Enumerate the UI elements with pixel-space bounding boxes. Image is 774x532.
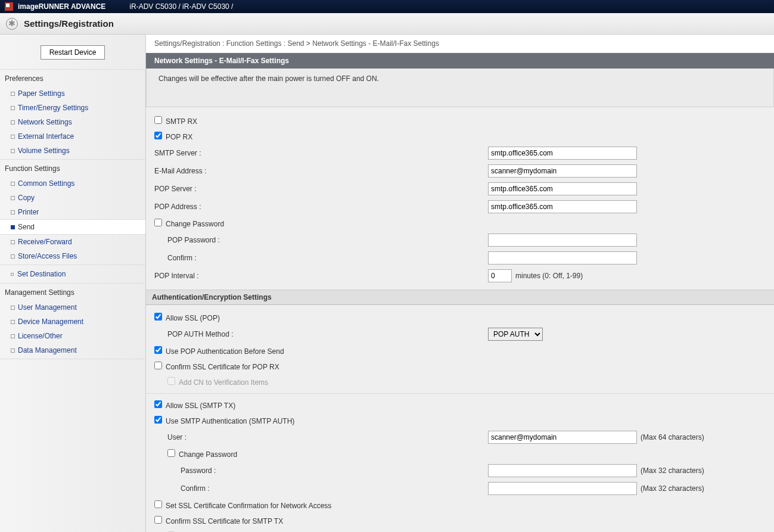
pop-address-label: POP Address :	[154, 203, 488, 211]
breadcrumb: Settings/Registration : Function Setting…	[146, 35, 774, 53]
pop-password-label: POP Password :	[154, 236, 488, 244]
confirm-ssl-smtp-label: Confirm SSL Certificate for SMTP TX	[166, 517, 283, 525]
top-bar: imageRUNNER ADVANCE iR-ADV C5030 / iR-AD…	[0, 0, 774, 13]
change-password-checkbox[interactable]	[154, 219, 162, 226]
allow-ssl-smtp-tx-label: Allow SSL (SMTP TX)	[166, 402, 235, 410]
model-text: iR-ADV C5030 / iR-ADV C5030 /	[129, 2, 233, 11]
logo-icon	[5, 2, 13, 11]
pop-auth-method-label: POP AUTH Method :	[154, 330, 488, 338]
email-address-label: E-Mail Address :	[154, 167, 488, 175]
content-area: Settings/Registration : Function Setting…	[146, 35, 774, 532]
smtp-confirm-label: Confirm :	[154, 484, 488, 493]
sidebar-section-management: Management Settings	[0, 285, 145, 300]
smtp-confirm-input[interactable]	[488, 482, 637, 495]
sidebar-item-receive-forward[interactable]: Receive/Forward	[0, 235, 145, 249]
email-address-input[interactable]	[488, 164, 637, 178]
header-bar: Settings/Registration	[0, 13, 774, 35]
sidebar-item-paper-settings[interactable]: Paper Settings	[0, 86, 145, 101]
sidebar-item-device-management[interactable]: Device Management	[0, 315, 145, 329]
page-title: Settings/Registration	[24, 18, 114, 29]
sidebar-item-copy[interactable]: Copy	[0, 191, 145, 205]
set-ssl-cert-network-label: Set SSL Certificate Confirmation for Net…	[166, 502, 331, 510]
add-cn-pop-label: Add CN to Verification Items	[179, 378, 268, 387]
allow-ssl-pop-label: Allow SSL (POP)	[166, 314, 220, 322]
sidebar-item-user-management[interactable]: User Management	[0, 300, 145, 315]
smtp-rx-checkbox[interactable]	[154, 116, 162, 124]
gear-icon	[6, 18, 18, 30]
notice-text: Changes will be effective after the main…	[146, 69, 774, 107]
smtp-password-input[interactable]	[488, 464, 637, 477]
panel-header: Network Settings - E-Mail/I-Fax Settings	[146, 53, 774, 69]
pop-rx-checkbox[interactable]	[154, 132, 162, 139]
smtp-user-hint: (Max 64 characters)	[641, 433, 704, 441]
auth-encryption-header: Authentication/Encryption Settings	[146, 290, 774, 305]
use-smtp-auth-checkbox[interactable]	[154, 416, 162, 424]
use-pop-before-send-checkbox[interactable]	[154, 346, 162, 354]
sidebar-item-data-management[interactable]: Data Management	[0, 343, 145, 357]
sidebar-item-network-settings[interactable]: Network Settings	[0, 115, 145, 129]
smtp-rx-label: SMTP RX	[166, 117, 197, 126]
use-smtp-auth-label: Use SMTP Authentication (SMTP AUTH)	[166, 417, 294, 425]
confirm-ssl-pop-checkbox[interactable]	[154, 362, 162, 369]
sidebar-item-license-other[interactable]: License/Other	[0, 329, 145, 343]
pop-password-input[interactable]	[488, 234, 637, 247]
smtp-change-password-label: Change Password	[179, 450, 237, 459]
sidebar-item-send[interactable]: Send	[0, 219, 145, 235]
confirm-label: Confirm :	[154, 254, 488, 262]
sidebar-item-set-destination[interactable]: Set Destination	[0, 266, 145, 282]
brand-text: imageRUNNER ADVANCE	[18, 2, 105, 11]
smtp-user-input[interactable]	[488, 431, 637, 444]
sidebar-item-timer-energy[interactable]: Timer/Energy Settings	[0, 101, 145, 115]
allow-ssl-pop-checkbox[interactable]	[154, 313, 162, 321]
pop-interval-hint: minutes (0: Off, 1-99)	[515, 272, 583, 280]
form-area: SMTP RX POP RX SMTP Server : E-Mail Addr…	[146, 107, 774, 532]
smtp-password-hint: (Max 32 characters)	[641, 466, 704, 475]
set-ssl-cert-network-checkbox[interactable]	[154, 500, 162, 508]
restart-device-button[interactable]: Restart Device	[41, 45, 105, 60]
smtp-change-password-checkbox[interactable]	[167, 449, 175, 457]
use-pop-before-send-label: Use POP Authentication Before Send	[166, 347, 284, 356]
pop-interval-label: POP Interval :	[154, 272, 488, 280]
sidebar-item-common-settings[interactable]: Common Settings	[0, 176, 145, 191]
sidebar-item-store-access[interactable]: Store/Access Files	[0, 249, 145, 263]
pop-server-label: POP Server :	[154, 185, 488, 193]
pop-interval-input[interactable]	[488, 269, 512, 282]
add-cn-pop-checkbox	[167, 377, 175, 385]
smtp-confirm-hint: (Max 32 characters)	[641, 484, 704, 493]
smtp-server-label: SMTP Server :	[154, 149, 488, 157]
sidebar-item-printer[interactable]: Printer	[0, 205, 145, 219]
smtp-user-label: User :	[154, 433, 488, 441]
sidebar-item-external-interface[interactable]: External Interface	[0, 129, 145, 144]
pop-address-input[interactable]	[488, 200, 637, 213]
pop-server-input[interactable]	[488, 182, 637, 195]
allow-ssl-smtp-tx-checkbox[interactable]	[154, 400, 162, 408]
smtp-password-label: Password :	[154, 466, 488, 475]
confirm-password-input[interactable]	[488, 251, 637, 265]
sidebar-section-function: Function Settings	[0, 161, 145, 176]
confirm-ssl-smtp-checkbox[interactable]	[154, 516, 162, 524]
smtp-server-input[interactable]	[488, 147, 637, 160]
sidebar: Restart Device Preferences Paper Setting…	[0, 35, 146, 532]
change-password-label: Change Password	[166, 220, 224, 228]
pop-auth-method-select[interactable]: POP AUTH	[488, 328, 543, 341]
confirm-ssl-pop-label: Confirm SSL Certificate for POP RX	[166, 363, 279, 371]
sidebar-item-volume-settings[interactable]: Volume Settings	[0, 144, 145, 158]
sidebar-section-preferences: Preferences	[0, 71, 145, 86]
pop-rx-label: POP RX	[166, 133, 192, 141]
